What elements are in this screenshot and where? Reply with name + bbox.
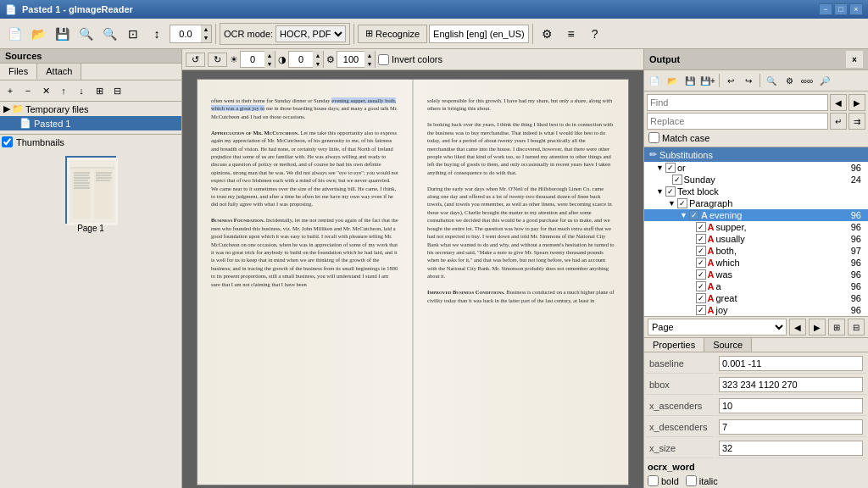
replace-button[interactable]: ↵ [830, 113, 847, 130]
zoom-up-arrow[interactable]: ▲ [201, 25, 211, 34]
zoom-reset-button[interactable]: ↕ [146, 23, 168, 45]
brightness-input[interactable] [241, 52, 264, 67]
new-button[interactable]: 📄 [3, 23, 25, 45]
bold-checkbox[interactable] [648, 475, 659, 486]
expand-textblock[interactable]: ▼ [656, 187, 664, 196]
rotate-ccw-button[interactable]: ↺ [186, 53, 205, 67]
check-supper[interactable]: ✓ [696, 222, 706, 232]
tree-row-usually[interactable]: ✓ A usually 96 [644, 233, 868, 245]
tree-row-joy[interactable]: ✓ A joy 96 [644, 304, 868, 316]
output-close-btn[interactable]: × [846, 51, 863, 68]
properties-tab[interactable]: Properties [644, 338, 704, 352]
tree-row-a[interactable]: ✓ A a 96 [644, 280, 868, 292]
page-select[interactable]: Page [648, 319, 787, 336]
contrast-input[interactable] [289, 52, 313, 67]
zoom-down-arrow[interactable]: ▼ [201, 34, 211, 42]
replace-input[interactable] [647, 113, 828, 130]
check-usually[interactable]: ✓ [696, 234, 706, 244]
save-output-button[interactable]: 💾 [682, 72, 698, 89]
find-prev-button[interactable]: ◀ [830, 94, 847, 111]
image-viewer[interactable]: often went to their home for Sunday dinn… [182, 70, 643, 488]
tree-row-evening[interactable]: ▼ ✓ A evening 96 [644, 209, 868, 221]
contrast-up[interactable]: ▲ [313, 51, 323, 59]
settings-output-button[interactable]: ⚙ [781, 72, 798, 89]
tree-row-both[interactable]: ✓ A both, 97 [644, 245, 868, 257]
find-input[interactable] [647, 94, 828, 111]
search2-btn[interactable]: 🔎 [816, 72, 833, 89]
resolution-input[interactable] [337, 52, 364, 67]
remove-source-button[interactable]: − [19, 82, 36, 99]
thumbnails-toggle[interactable] [2, 136, 13, 147]
italic-checkbox[interactable] [686, 475, 697, 486]
check-or[interactable]: ✓ [665, 163, 676, 173]
files-tab[interactable]: Files [0, 64, 37, 80]
expand-or[interactable]: ▼ [656, 164, 664, 172]
match-case-checkbox[interactable] [648, 132, 659, 143]
nav-grid-button[interactable]: ⊟ [848, 319, 865, 336]
tree-row-or[interactable]: ▼ ✓ or 96 [644, 162, 868, 174]
fit-button[interactable]: ⊡ [122, 23, 144, 45]
zoom-input[interactable]: 0.0 [170, 25, 201, 42]
resolution-up[interactable]: ▲ [364, 51, 375, 59]
check-which[interactable]: ✓ [696, 258, 706, 268]
check-textblock[interactable]: ✓ [665, 186, 676, 197]
bbox-input[interactable] [719, 377, 863, 392]
nav-layout-button[interactable]: ⊞ [828, 319, 845, 336]
undo-button[interactable]: ↩ [722, 72, 739, 89]
tree-row-was[interactable]: ✓ A was 96 [644, 269, 868, 280]
check-joy[interactable]: ✓ [696, 305, 706, 315]
contrast-down[interactable]: ▼ [313, 59, 323, 68]
check-a[interactable]: ✓ [696, 281, 706, 291]
attach-tab[interactable]: Attach [37, 64, 81, 80]
pasted-item[interactable]: 📄 Pasted 1 [0, 116, 181, 130]
brightness-up[interactable]: ▲ [264, 51, 275, 59]
check-sunday[interactable]: ✓ [672, 175, 682, 185]
replace-all-button[interactable]: ⇉ [849, 113, 865, 130]
resolution-down[interactable]: ▼ [364, 59, 375, 68]
save-as-button[interactable]: 💾+ [699, 72, 716, 89]
redo-button[interactable]: ↪ [740, 72, 757, 89]
source-tab-props[interactable]: Source [704, 338, 752, 352]
nav-next-button[interactable]: ▶ [809, 319, 826, 336]
add-source-button[interactable]: + [2, 82, 19, 99]
find-next-button[interactable]: ▶ [849, 94, 865, 111]
ocr-engine-select[interactable]: HOCR, PDF [275, 25, 346, 42]
check-great[interactable]: ✓ [696, 293, 706, 303]
nav-prev-button[interactable]: ◀ [789, 319, 806, 336]
invert-checkbox[interactable] [378, 54, 389, 65]
zoom-in-button[interactable]: 🔍 [98, 23, 120, 45]
tree-row-textblock[interactable]: ▼ ✓ Text block [644, 186, 868, 197]
open-button[interactable]: 📂 [27, 23, 49, 45]
move-up-button[interactable]: ↑ [55, 82, 72, 99]
find-button[interactable]: 🔍 [763, 72, 780, 89]
expand-paragraph[interactable]: ▼ [668, 199, 676, 208]
recognize-button[interactable]: ⊞ Recognize [358, 25, 427, 43]
tree-row-sunday[interactable]: ✓ Sunday 24 [644, 174, 868, 186]
more-btn[interactable]: ∞∞ [798, 72, 815, 89]
check-paragraph[interactable]: ✓ [677, 198, 687, 208]
check-was[interactable]: ✓ [696, 269, 706, 280]
open-output-button[interactable]: 📂 [664, 72, 681, 89]
output-toggle-button[interactable]: ≡ [560, 23, 582, 45]
move-down-button[interactable]: ↓ [73, 82, 90, 99]
maximize-button[interactable]: □ [834, 3, 848, 15]
collapse-all-button[interactable]: ⊟ [108, 82, 125, 99]
check-evening[interactable]: ✓ [689, 210, 699, 220]
thumbnail-page1[interactable]: Page 1 [3, 152, 178, 236]
save-button[interactable]: 💾 [51, 23, 73, 45]
xdesc-input[interactable] [719, 419, 863, 435]
brightness-down[interactable]: ▼ [264, 59, 275, 68]
xsize-input[interactable] [719, 441, 863, 456]
clear-source-button[interactable]: ✕ [37, 82, 54, 99]
check-both[interactable]: ✓ [696, 246, 706, 256]
zoom-out-button[interactable]: 🔍 [75, 23, 97, 45]
tree-row-paragraph[interactable]: ▼ ✓ Paragraph [644, 197, 868, 209]
expand-evening[interactable]: ▼ [680, 211, 687, 219]
tree-row-great[interactable]: ✓ A great 96 [644, 292, 868, 304]
tree-row-supper[interactable]: ✓ A supper, 96 [644, 221, 868, 233]
close-button[interactable]: × [849, 3, 863, 15]
temp-files-folder[interactable]: ▶ 📁 Temporary files [0, 102, 181, 116]
baseline-input[interactable] [719, 356, 863, 371]
rotate-cw-button[interactable]: ↻ [208, 53, 227, 67]
xasc-input[interactable] [719, 398, 863, 413]
